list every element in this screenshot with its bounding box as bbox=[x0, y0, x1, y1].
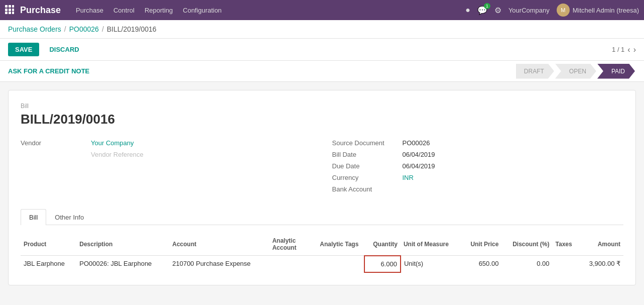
settings-icon[interactable]: ⚙ bbox=[494, 6, 501, 15]
form-section: Vendor Your Company Vendor Reference Sou… bbox=[21, 139, 623, 197]
tab-bar: Bill Other Info bbox=[21, 209, 623, 225]
breadcrumb-sep-2: / bbox=[102, 25, 104, 33]
vendor-label: Vendor bbox=[21, 139, 91, 147]
source-doc-label: Source Document bbox=[332, 139, 403, 147]
top-navbar: Purchase Purchase Control Reporting Conf… bbox=[0, 0, 644, 20]
currency-value[interactable]: INR bbox=[403, 174, 414, 181]
user-menu[interactable]: M Mitchell Admin (treesa) bbox=[557, 4, 639, 17]
col-discount: Discount (%) bbox=[501, 233, 552, 256]
main-content: Bill BILL/2019/0016 Vendor Your Company … bbox=[0, 82, 644, 293]
svg-rect-7 bbox=[9, 12, 11, 14]
table-row: JBL Earphone PO00026: JBL Earphone 21070… bbox=[21, 256, 623, 272]
breadcrumb-po[interactable]: PO00026 bbox=[69, 25, 99, 33]
svg-rect-5 bbox=[12, 9, 14, 11]
col-quantity: Quantity bbox=[364, 233, 401, 256]
nav-reporting[interactable]: Reporting bbox=[145, 7, 173, 14]
col-taxes: Taxes bbox=[553, 233, 579, 256]
cell-unit-price: 650.00 bbox=[461, 256, 502, 272]
due-date-row: Due Date 06/04/2019 bbox=[332, 162, 624, 170]
bill-date-row: Bill Date 06/04/2019 bbox=[332, 151, 624, 158]
cell-taxes bbox=[553, 256, 579, 272]
col-analytic-account: Analytic Account bbox=[269, 233, 317, 256]
currency-label: Currency bbox=[332, 174, 403, 181]
next-arrow[interactable]: › bbox=[633, 45, 636, 54]
tab-other-info[interactable]: Other Info bbox=[46, 209, 92, 225]
col-unit-price: Unit Price bbox=[461, 233, 502, 256]
nav-menu: Purchase Control Reporting Configuration bbox=[76, 7, 465, 14]
app-title: Purchase bbox=[20, 5, 61, 16]
col-unit-measure: Unit of Measure bbox=[401, 233, 461, 256]
col-product: Product bbox=[21, 233, 76, 256]
user-avatar: M bbox=[557, 4, 570, 17]
bill-date-value: 06/04/2019 bbox=[403, 151, 435, 158]
discard-button[interactable]: DISCARD bbox=[44, 43, 84, 56]
vendor-ref-row: Vendor Reference bbox=[21, 151, 312, 158]
pagination-text: 1 / 1 bbox=[612, 46, 624, 53]
cell-account: 210700 Purchase Expense bbox=[169, 256, 269, 272]
nav-configuration[interactable]: Configuration bbox=[183, 7, 221, 14]
tab-bill[interactable]: Bill bbox=[21, 209, 46, 225]
svg-rect-4 bbox=[9, 9, 11, 11]
company-selector[interactable]: YourCompany bbox=[508, 7, 550, 14]
chat-icon[interactable]: 💬 1 bbox=[477, 6, 487, 15]
cell-description: PO00026: JBL Earphone bbox=[76, 256, 169, 272]
user-name: Mitchell Admin (treesa) bbox=[573, 7, 639, 14]
bill-table: Product Description Account Analytic Acc… bbox=[21, 233, 623, 273]
status-steps: DRAFT OPEN PAID bbox=[516, 64, 636, 79]
bill-date-label: Bill Date bbox=[332, 151, 403, 158]
cell-unit-measure: Unit(s) bbox=[401, 256, 461, 272]
status-draft: DRAFT bbox=[516, 64, 554, 79]
col-account: Account bbox=[169, 233, 269, 256]
status-open: OPEN bbox=[555, 64, 596, 79]
col-amount: Amount bbox=[579, 233, 623, 256]
bank-account-row: Bank Account bbox=[332, 185, 624, 193]
svg-rect-8 bbox=[12, 12, 14, 14]
col-analytic-tags: Analytic Tags bbox=[317, 233, 364, 256]
nav-control[interactable]: Control bbox=[113, 7, 135, 14]
svg-rect-1 bbox=[9, 5, 11, 8]
pagination: 1 / 1 ‹ › bbox=[612, 45, 636, 54]
vendor-value[interactable]: Your Company bbox=[91, 139, 134, 147]
form-right: Source Document PO00026 Bill Date 06/04/… bbox=[332, 139, 624, 197]
vendor-row: Vendor Your Company bbox=[21, 139, 312, 147]
svg-rect-6 bbox=[5, 12, 8, 14]
due-date-value: 06/04/2019 bbox=[403, 162, 435, 170]
cell-analytic-tags bbox=[317, 256, 364, 272]
action-bar: SAVE DISCARD 1 / 1 ‹ › bbox=[0, 39, 644, 61]
vendor-ref-value[interactable]: Vendor Reference bbox=[91, 151, 144, 158]
bill-label: Bill bbox=[21, 103, 623, 110]
prev-arrow[interactable]: ‹ bbox=[627, 45, 630, 54]
bank-account-label: Bank Account bbox=[332, 185, 403, 193]
cell-amount: 3,900.00 ₹ bbox=[579, 256, 623, 272]
cell-product: JBL Earphone bbox=[21, 256, 76, 272]
cell-quantity[interactable]: 6.000 bbox=[364, 256, 401, 272]
cell-discount: 0.00 bbox=[501, 256, 552, 272]
bill-card: Bill BILL/2019/0016 Vendor Your Company … bbox=[8, 90, 636, 285]
svg-rect-2 bbox=[12, 5, 14, 8]
currency-row: Currency INR bbox=[332, 174, 624, 181]
svg-rect-0 bbox=[5, 5, 8, 8]
breadcrumb-bar: Purchase Orders / PO00026 / BILL/2019/00… bbox=[0, 20, 644, 39]
col-description: Description bbox=[76, 233, 169, 256]
navbar-right: ● 💬 1 ⚙ YourCompany M Mitchell Admin (tr… bbox=[465, 4, 639, 17]
cell-analytic-account bbox=[269, 256, 317, 272]
clock-icon[interactable]: ● bbox=[465, 6, 470, 15]
status-bar: ASK FOR A CREDIT NOTE DRAFT OPEN PAID bbox=[0, 61, 644, 82]
breadcrumb-purchase-orders[interactable]: Purchase Orders bbox=[8, 25, 61, 33]
status-paid: PAID bbox=[597, 64, 635, 79]
credit-note-link[interactable]: ASK FOR A CREDIT NOTE bbox=[8, 67, 89, 75]
save-button[interactable]: SAVE bbox=[8, 43, 39, 56]
breadcrumb-sep-1: / bbox=[64, 25, 66, 33]
source-doc-row: Source Document PO00026 bbox=[332, 139, 624, 147]
svg-rect-3 bbox=[5, 9, 8, 11]
chat-badge: 1 bbox=[484, 3, 490, 9]
grid-icon[interactable] bbox=[5, 5, 14, 16]
bill-number: BILL/2019/0016 bbox=[21, 112, 623, 127]
form-left: Vendor Your Company Vendor Reference bbox=[21, 139, 312, 197]
source-doc-value: PO00026 bbox=[403, 139, 430, 147]
due-date-label: Due Date bbox=[332, 162, 403, 170]
nav-purchase[interactable]: Purchase bbox=[76, 7, 103, 14]
breadcrumb-bill: BILL/2019/0016 bbox=[107, 25, 157, 33]
breadcrumb: Purchase Orders / PO00026 / BILL/2019/00… bbox=[8, 25, 157, 33]
